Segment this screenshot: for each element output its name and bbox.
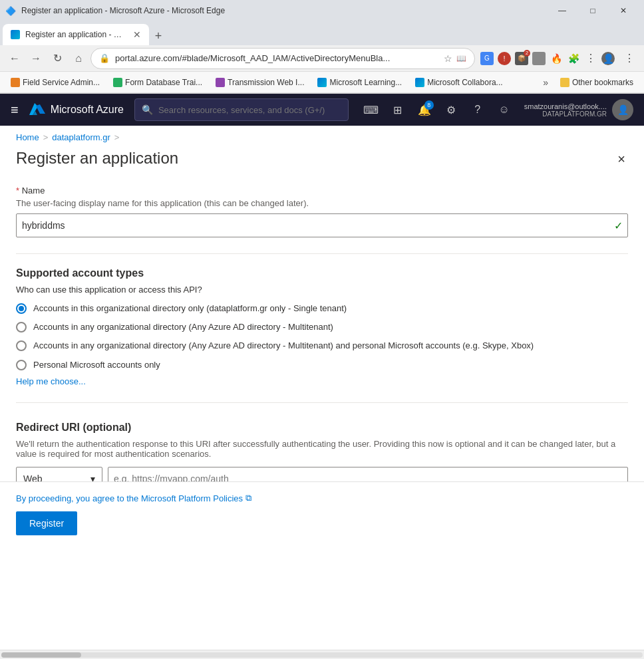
bookmark-ms-learning[interactable]: Microsoft Learning... [312, 76, 407, 88]
account-types-section: Supported account types Who can use this… [16, 267, 628, 386]
ext-red[interactable]: ! [498, 52, 511, 65]
azure-logo-text: Microsoft Azure [51, 104, 124, 116]
feedback-button[interactable]: ☺ [492, 98, 516, 122]
forward-button[interactable]: → [27, 49, 45, 68]
scrollbar-track[interactable] [1, 652, 643, 658]
notification-badge: 8 [424, 100, 434, 110]
user-email: smatzouranis@outlook.... [524, 102, 607, 110]
other-bookmarks-icon [560, 78, 569, 87]
hamburger-menu[interactable]: ≡ [11, 102, 19, 118]
scrollbar-thumb[interactable] [1, 652, 81, 658]
radio-multitenant-personal-circle [16, 340, 27, 351]
name-label-text: Name [22, 186, 45, 196]
close-window-button[interactable]: ✕ [608, 0, 639, 21]
radio-multitenant-personal[interactable]: Accounts in any organizational directory… [16, 340, 628, 352]
breadcrumb-dataplatform[interactable]: dataplatform.gr [52, 132, 110, 142]
azure-logo: Microsoft Azure [29, 102, 124, 118]
feedback-icon: ☺ [499, 104, 510, 116]
browser-menu-button[interactable]: ⋮ [620, 49, 639, 68]
active-tab[interactable]: Register an application - Microso... ✕ [3, 24, 149, 45]
minimize-button[interactable]: — [547, 0, 577, 21]
bookmark-ms-collabora[interactable]: Microsoft Collabora... [410, 76, 508, 88]
other-bookmarks[interactable]: Other bookmarks [555, 76, 639, 88]
breadcrumb-sep1: > [43, 132, 49, 142]
account-types-subtitle: Who can use this application or access t… [16, 285, 628, 295]
reload-button[interactable]: ↻ [48, 49, 67, 68]
radio-personal-only-label: Personal Microsoft accounts only [33, 359, 160, 371]
radio-group: Accounts in this organizational director… [16, 303, 628, 371]
name-description: The user-facing display name for this ap… [16, 198, 628, 208]
ext-fire[interactable]: 🔥 [550, 52, 563, 65]
help-button[interactable]: ? [466, 98, 490, 122]
ms-learning-favicon [317, 78, 327, 87]
star-icon[interactable]: ☆ [444, 53, 452, 64]
bookmark-form-database[interactable]: Form Database Trai... [108, 76, 208, 88]
close-panel-button[interactable]: × [615, 149, 628, 170]
directory-icon: ⊞ [393, 104, 402, 116]
redirect-uri-description: We'll return the authentication response… [16, 439, 628, 459]
policy-text: By proceeding, you agree to the Microsof… [16, 493, 243, 503]
radio-multitenant[interactable]: Accounts in any organizational directory… [16, 321, 628, 333]
bookmark-transmission-web[interactable]: Transmission Web I... [210, 76, 309, 88]
radio-multitenant-circle [16, 322, 27, 332]
read-icon[interactable]: 📖 [456, 54, 466, 63]
more-bookmarks-button[interactable]: » [539, 76, 552, 89]
azure-header: ≡ Microsoft Azure 🔍 ⌨ ⊞ 🔔 8 ⚙ ? ☺ [0, 94, 644, 126]
app-icon: 🔷 [5, 6, 16, 16]
home-button[interactable]: ⌂ [69, 49, 88, 68]
radio-single-tenant-label: Accounts in this organizational director… [33, 303, 347, 315]
redirect-uri-title: Redirect URI (optional) [16, 422, 628, 434]
breadcrumb-home[interactable]: Home [16, 132, 39, 142]
browser-scrollbar [0, 650, 644, 659]
directory-button[interactable]: ⊞ [386, 98, 410, 122]
cloud-shell-button[interactable]: ⌨ [359, 98, 383, 122]
ext-counter[interactable]: 📦 2 [515, 52, 528, 65]
cloud-shell-icon: ⌨ [363, 104, 379, 116]
radio-single-tenant-circle [16, 303, 27, 314]
search-icon: 🔍 [142, 104, 153, 115]
breadcrumb: Home > dataplatform.gr > [0, 126, 644, 149]
ext-translate[interactable]: G [480, 52, 494, 65]
footer-policy: By proceeding, you agree to the Microsof… [16, 493, 628, 503]
ext-menu[interactable]: ⋮ [584, 52, 597, 65]
name-label: * Name [16, 186, 628, 196]
name-input[interactable] [16, 213, 628, 237]
address-icons: ☆ 📖 [444, 53, 466, 64]
form-database-favicon [113, 78, 122, 87]
user-avatar[interactable]: 👤 [612, 99, 633, 120]
help-icon: ? [474, 104, 480, 116]
address-bar[interactable]: 🔒 portal.azure.com/#blade/Microsoft_AAD_… [90, 48, 475, 69]
new-tab-button[interactable]: + [149, 27, 168, 45]
title-bar: 🔷 Register an application - Microsoft Az… [0, 0, 644, 21]
section-divider-2 [16, 402, 628, 403]
transmission-web-favicon [216, 78, 225, 87]
bookmark-field-service[interactable]: Field Service Admin... [5, 76, 105, 88]
radio-multitenant-label: Accounts in any organizational directory… [33, 321, 333, 333]
search-input[interactable] [158, 105, 341, 115]
svg-marker-0 [29, 103, 38, 115]
maximize-button[interactable]: □ [577, 0, 608, 21]
required-star: * [16, 186, 19, 196]
breadcrumb-sep2: > [114, 132, 120, 142]
register-button[interactable]: Register [16, 511, 77, 535]
help-me-choose-link[interactable]: Help me choose... [16, 376, 86, 386]
back-button[interactable]: ← [5, 49, 24, 68]
name-input-wrapper: ✓ [16, 213, 628, 237]
other-bookmarks-label: Other bookmarks [572, 78, 633, 87]
user-domain: DATAPLATFORM.GR [542, 110, 607, 118]
settings-button[interactable]: ⚙ [439, 98, 463, 122]
tab-favicon [11, 30, 20, 39]
form-database-label: Form Database Trai... [125, 78, 202, 87]
ext-user-profile[interactable]: 👤 [601, 52, 615, 65]
notifications-button[interactable]: 🔔 8 [412, 98, 436, 122]
tab-close-button[interactable]: ✕ [133, 29, 141, 40]
user-info: smatzouranis@outlook.... DATAPLATFORM.GR [524, 102, 607, 118]
radio-single-tenant[interactable]: Accounts in this organizational director… [16, 303, 628, 315]
settings-icon: ⚙ [446, 104, 456, 116]
nav-bar: ← → ↻ ⌂ 🔒 portal.azure.com/#blade/Micros… [0, 45, 644, 72]
radio-personal-only[interactable]: Personal Microsoft accounts only [16, 359, 628, 371]
ext-puzzle[interactable]: 🧩 [567, 52, 580, 65]
ext-circle[interactable] [532, 52, 546, 65]
azure-search-box[interactable]: 🔍 [134, 98, 349, 121]
window-controls: — □ ✕ [547, 0, 639, 21]
